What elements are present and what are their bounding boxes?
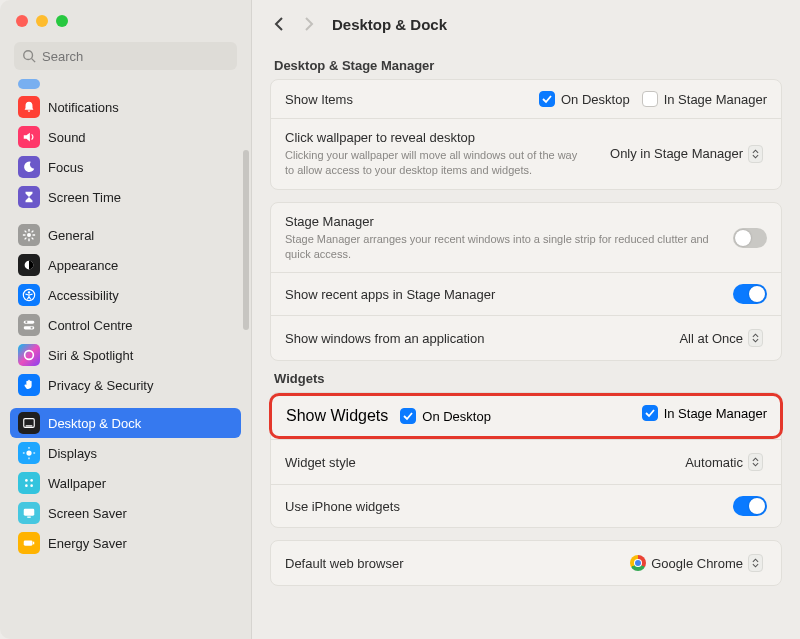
label-show-widgets: Show Widgets [286,407,388,425]
desc-stage-manager: Stage Manager arranges your recent windo… [285,232,715,262]
sidebar-item-label: Appearance [48,258,118,273]
svg-rect-15 [24,326,35,329]
sidebar-item-general[interactable]: General [10,220,241,250]
row-click-wallpaper: Click wallpaper to reveal desktop Clicki… [271,118,781,189]
switch-iphone-widgets[interactable] [733,496,767,516]
sidebar-item-focus[interactable]: Focus [10,152,241,182]
sidebar-item-label: Privacy & Security [48,378,153,393]
svg-line-1 [32,59,36,63]
svg-point-21 [26,450,31,455]
svg-line-8 [32,238,34,240]
svg-point-13 [28,291,30,293]
checkbox-widgets-in-stage-manager[interactable]: In Stage Manager [642,405,767,421]
sidebar-item-screen-time[interactable]: Screen Time [10,182,241,212]
sidebar-item-notifications[interactable]: Notifications [10,92,241,122]
sidebar-item-accessibility[interactable]: Accessibility [10,280,241,310]
appearance-icon [18,254,40,276]
popup-click-wallpaper[interactable]: Only in Stage Manager [606,143,767,165]
label-show-items: Show Items [285,92,527,107]
window-controls [0,0,251,42]
row-default-browser: Default web browser Google Chrome [271,541,781,585]
panel-browser: Default web browser Google Chrome [270,540,782,586]
scrollbar[interactable] [243,150,249,330]
chevron-updown-icon [748,329,763,347]
back-button[interactable] [274,16,285,32]
sidebar-item-sound[interactable]: Sound [10,122,241,152]
sidebar-item-wallpaper[interactable]: Wallpaper [10,468,241,498]
svg-point-18 [25,351,34,360]
svg-point-17 [31,327,33,329]
checkbox-in-stage-manager[interactable]: In Stage Manager [642,91,767,107]
row-stage-manager: Stage Manager Stage Manager arranges you… [271,203,781,273]
svg-point-29 [30,484,33,487]
switch-show-recent[interactable] [733,284,767,304]
sidebar-item-screen-saver[interactable]: Screen Saver [10,498,241,528]
sidebar-item-displays[interactable]: Displays [10,438,241,468]
sidebar-item-label: Notifications [48,100,119,115]
popup-show-windows[interactable]: All at Once [675,327,767,349]
svg-rect-33 [33,542,34,545]
svg-point-26 [25,479,28,482]
row-widget-style: Widget style Automatic [271,439,781,484]
sidebar-item-label: Siri & Spotlight [48,348,133,363]
chrome-icon [630,555,646,571]
bell-icon [18,96,40,118]
gear-icon [18,224,40,246]
forward-button[interactable] [303,16,314,32]
svg-rect-32 [24,540,33,545]
label-show-windows: Show windows from an application [285,331,663,346]
switch-stage-manager[interactable] [733,228,767,248]
desc-click-wallpaper: Clicking your wallpaper will move all wi… [285,148,585,178]
sidebar-item-appearance[interactable]: Appearance [10,250,241,280]
sidebar-item-label: Control Centre [48,318,133,333]
switches-icon [18,314,40,336]
search-input[interactable] [14,42,237,70]
zoom-button[interactable] [56,15,68,27]
sidebar-item-label: General [48,228,94,243]
panel-stage-manager: Stage Manager Stage Manager arranges you… [270,202,782,362]
panel-desktop-stage: Show Items On Desktop In Stage Manager C… [270,79,782,190]
chevron-updown-icon [748,145,763,163]
svg-rect-14 [24,321,35,324]
checkbox-widgets-on-desktop[interactable]: On Desktop [400,408,491,424]
label-click-wallpaper: Click wallpaper to reveal desktop [285,130,594,145]
sidebar-item-desktop-dock[interactable]: Desktop & Dock [10,408,241,438]
popup-default-browser[interactable]: Google Chrome [626,552,767,574]
chevron-updown-icon [748,554,763,572]
svg-point-0 [24,51,33,60]
hourglass-icon [18,186,40,208]
minimize-button[interactable] [36,15,48,27]
accessibility-icon [18,284,40,306]
sidebar-item-privacy-security[interactable]: Privacy & Security [10,370,241,400]
checkbox-on-desktop[interactable]: On Desktop [539,91,630,107]
sidebar-item-control-centre[interactable]: Control Centre [10,310,241,340]
sidebar-item-label: Energy Saver [48,536,127,551]
battery-icon [18,532,40,554]
row-iphone-widgets: Use iPhone widgets [271,484,781,527]
svg-point-27 [30,479,33,482]
speaker-icon [18,126,40,148]
svg-rect-30 [24,509,35,516]
dock-icon [18,412,40,434]
close-button[interactable] [16,15,28,27]
section-title-widgets: Widgets [274,371,778,386]
sidebar-item-energy-saver[interactable]: Energy Saver [10,528,241,558]
moon-icon [18,156,40,178]
content-pane: Desktop & Dock Desktop & Stage Manager S… [251,0,800,639]
sidebar-item-label: Desktop & Dock [48,416,141,431]
sidebar-item-label: Screen Time [48,190,121,205]
sidebar-item-partial[interactable] [10,78,241,90]
sidebar: NotificationsSoundFocusScreen TimeGenera… [0,0,251,639]
search-icon [22,49,36,63]
svg-rect-20 [26,425,33,426]
sidebar-item-label: Sound [48,130,86,145]
label-show-recent: Show recent apps in Stage Manager [285,287,721,302]
popup-widget-style[interactable]: Automatic [681,451,767,473]
screensaver-icon [18,502,40,524]
row-show-items: Show Items On Desktop In Stage Manager [271,80,781,118]
siri-icon [18,344,40,366]
sidebar-item-siri-spotlight[interactable]: Siri & Spotlight [10,340,241,370]
svg-line-7 [25,231,27,233]
section-title-desktop-stage: Desktop & Stage Manager [274,58,778,73]
sidebar-item-label: Wallpaper [48,476,106,491]
